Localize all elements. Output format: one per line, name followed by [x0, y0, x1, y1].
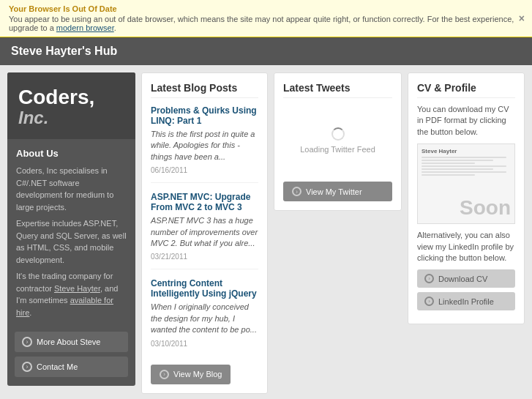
blog-post-2-link[interactable]: ASP.NET MVC: Upgrade From MVC 2 to MVC 3	[151, 192, 250, 212]
site-title: Steve Hayter's Hub	[11, 45, 117, 57]
view-twitter-label: View My Twitter	[306, 187, 362, 196]
cv-line	[422, 168, 493, 170]
view-blog-button[interactable]: › View My Blog	[151, 365, 231, 384]
cv-line	[422, 163, 475, 164]
warning-close-button[interactable]: ×	[519, 12, 525, 24]
cv-panel: CV & Profile You can download my CV in P…	[408, 72, 525, 324]
about-desc1: Coders, Inc specialises in C#/.NET softw…	[16, 165, 127, 213]
more-about-steve-button[interactable]: › More About Steve	[15, 332, 128, 352]
cv-alt-text: Alternatively, you can also view my Link…	[417, 230, 515, 264]
more-about-icon: ›	[22, 337, 32, 347]
loading-text: Loading Twitter Feed	[300, 145, 375, 154]
cv-line	[422, 157, 506, 158]
coders-logo: Coders, Inc.	[7, 72, 135, 139]
contact-label: Contact Me	[37, 362, 78, 371]
about-buttons: › More About Steve › Contact Me	[7, 332, 135, 386]
download-cv-icon: ›	[424, 274, 434, 283]
contact-icon: ›	[22, 362, 32, 372]
logo-sub-text: Inc.	[18, 108, 124, 128]
linkedin-icon: ›	[424, 297, 434, 306]
download-cv-label: Download CV	[438, 275, 487, 283]
site-header: Steve Hayter's Hub	[0, 37, 532, 65]
linkedin-label: LinkedIn Profile	[438, 297, 494, 306]
download-cv-button[interactable]: › Download CV	[417, 269, 515, 288]
view-twitter-icon: ›	[292, 187, 301, 196]
blog-post-2-date: 03/21/2011	[151, 253, 187, 261]
warning-title: Your Browser Is Out Of Date	[9, 4, 523, 13]
linkedin-profile-button[interactable]: › LinkedIn Profile	[417, 292, 515, 310]
blog-post-1-link[interactable]: Problems & Quirks Using LINQ: Part 1	[151, 105, 257, 126]
cv-line	[422, 171, 506, 173]
blog-post-3-excerpt: When I originally conceived the design f…	[151, 302, 258, 335]
soon-overlay: Soon	[460, 196, 511, 220]
blog-title: Latest Blog Posts	[151, 82, 258, 98]
twitter-title: Latest Tweets	[283, 82, 392, 98]
about-desc3: It's the trading company for contractor …	[16, 270, 127, 318]
view-twitter-button[interactable]: › View My Twitter	[283, 182, 392, 201]
twitter-panel: Latest Tweets Loading Twitter Feed › Vie…	[274, 72, 402, 211]
browser-warning-bar: Your Browser Is Out Of Date You appear t…	[0, 0, 532, 37]
main-content: Coders, Inc. About Us Coders, Inc specia…	[0, 65, 532, 399]
cv-preview: Steve Hayter Soon	[417, 143, 515, 224]
logo-main-text: Coders,	[18, 87, 124, 108]
cv-line	[422, 160, 493, 161]
contact-me-button[interactable]: › Contact Me	[15, 357, 128, 377]
about-heading: About Us	[16, 148, 127, 159]
cv-title: CV & Profile	[417, 82, 515, 98]
blog-panel: Latest Blog Posts Problems & Quirks Usin…	[141, 72, 268, 394]
about-desc2: Expertise includes ASP.NET, Query and SQ…	[16, 217, 127, 266]
blog-post-1: Problems & Quirks Using LINQ: Part 1 Thi…	[151, 105, 258, 183]
cv-line	[422, 165, 506, 167]
blog-post-1-excerpt: This is the first post in quite a while.…	[151, 129, 258, 163]
loading-spinner	[331, 127, 345, 141]
cv-description: You can download my CV in PDF format by …	[417, 104, 515, 138]
blog-post-1-date: 06/16/2011	[151, 166, 187, 174]
blog-post-3: Centring Content Intelligently Using jQu…	[151, 278, 258, 355]
cv-preview-name: Steve Hayter	[422, 148, 511, 154]
view-blog-label: View My Blog	[173, 370, 222, 379]
more-about-label: More About Steve	[37, 338, 100, 346]
blog-post-3-link[interactable]: Centring Content Intelligently Using jQu…	[151, 278, 257, 299]
steve-hayter-link[interactable]: Steve Hayter	[54, 284, 100, 293]
blog-post-2-excerpt: ASP.NET MVC 3 has a huge number of impro…	[151, 215, 258, 249]
modern-browser-link[interactable]: modern browser	[56, 23, 114, 32]
blog-post-3-date: 03/10/2011	[151, 340, 187, 348]
about-section: About Us Coders, Inc specialises in C#/.…	[7, 139, 135, 332]
blog-post-2: ASP.NET MVC: Upgrade From MVC 2 to MVC 3…	[151, 192, 258, 269]
cv-line	[422, 174, 475, 176]
about-panel: Coders, Inc. About Us Coders, Inc specia…	[7, 72, 135, 386]
cv-preview-lines: Steve Hayter	[418, 144, 514, 181]
twitter-loading: Loading Twitter Feed	[283, 105, 392, 176]
hire-link[interactable]: available for hire	[16, 296, 113, 317]
view-blog-icon: ›	[160, 370, 169, 379]
